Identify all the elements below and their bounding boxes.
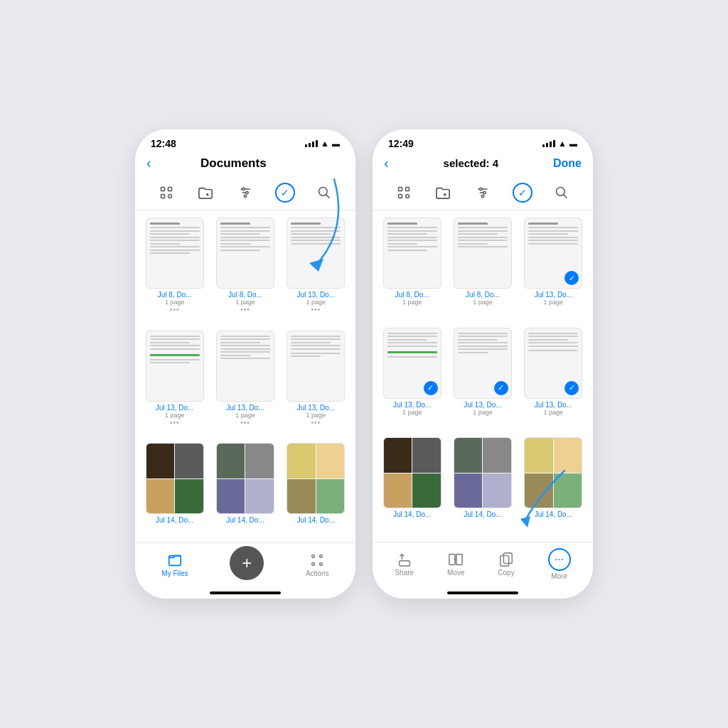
file-thumbnail: ✓	[454, 328, 512, 399]
file-menu[interactable]: •••	[240, 419, 250, 427]
add-button[interactable]: +	[230, 546, 264, 580]
svg-point-10	[242, 188, 245, 190]
status-icons-left: ▲ ▬	[305, 139, 340, 149]
svg-rect-20	[398, 188, 402, 191]
nav-title-right: selected: 4	[444, 157, 499, 169]
file-menu[interactable]: •••	[170, 306, 180, 314]
file-name: Jul 8, Do...	[216, 291, 274, 299]
file-name: Jul 14, Do...	[146, 516, 204, 524]
file-thumbnail	[216, 218, 274, 289]
svg-point-13	[319, 188, 328, 196]
selection-badge: ✓	[424, 381, 438, 395]
file-item[interactable]: ✓ Jul 13, Do... 1 page	[380, 328, 444, 432]
file-item[interactable]: ✓ Jul 13, Do... 1 page	[521, 328, 586, 432]
file-name: Jul 8, Do...	[146, 291, 204, 299]
file-item[interactable]: Jul 14, Do...	[213, 443, 277, 535]
search-button-left[interactable]	[313, 181, 336, 204]
svg-rect-21	[405, 188, 409, 191]
file-item[interactable]: Jul 13, Do... 1 page •••	[213, 331, 277, 438]
svg-point-4	[168, 195, 171, 198]
file-pages: 1 page	[235, 299, 255, 306]
file-item[interactable]: ✓ Jul 13, Do... 1 page	[450, 328, 515, 432]
file-pages: 1 page	[235, 412, 255, 419]
file-name: Jul 14, Do...	[524, 510, 582, 518]
nav-title-left: Documents	[200, 156, 267, 171]
file-thumbnail: ✓	[524, 328, 582, 399]
svg-rect-2	[168, 188, 171, 191]
file-menu[interactable]: •••	[170, 419, 180, 427]
copy-button[interactable]: Copy	[498, 552, 514, 577]
file-item[interactable]: Jul 14, Do...	[450, 437, 515, 535]
search-button-right[interactable]	[550, 181, 573, 204]
time-right: 12:49	[388, 138, 414, 149]
svg-point-19	[320, 562, 323, 565]
svg-point-18	[312, 562, 315, 565]
scan-button-left[interactable]	[155, 181, 178, 204]
filter-button-right[interactable]	[471, 181, 494, 204]
file-name: Jul 13, Do...	[524, 401, 582, 409]
svg-rect-38	[503, 553, 512, 564]
svg-line-33	[564, 195, 567, 198]
file-grid-right: Jul 8, Do... 1 page Jul 8, Do... 1 page	[373, 210, 593, 542]
done-button-right[interactable]: Done	[553, 157, 582, 170]
status-bar-left: 12:48 ▲ ▬	[135, 129, 355, 152]
file-item[interactable]: Jul 13, Do... 1 page •••	[142, 331, 207, 438]
nav-bar-left: ‹ Documents	[135, 152, 355, 177]
file-thumbnail	[146, 443, 204, 514]
file-thumbnail	[383, 437, 441, 508]
my-files-tab[interactable]: My Files	[161, 552, 188, 577]
file-thumbnail	[216, 443, 274, 514]
share-label: Share	[395, 569, 414, 577]
back-button-left[interactable]: ‹	[146, 155, 151, 171]
new-folder-button-left[interactable]	[194, 181, 217, 204]
file-item[interactable]: Jul 13, Do... 1 page •••	[284, 331, 348, 438]
file-thumbnail	[287, 443, 345, 514]
file-pages: 1 page	[402, 299, 422, 306]
file-pages: 1 page	[402, 409, 422, 416]
share-button[interactable]: Share	[395, 552, 414, 577]
select-button-left[interactable]: ✓	[274, 181, 296, 204]
scan-button-right[interactable]	[392, 181, 415, 204]
file-pages: 1 page	[544, 299, 564, 306]
back-button-right[interactable]: ‹	[384, 155, 389, 171]
select-circle-left: ✓	[275, 183, 295, 203]
file-item[interactable]: Jul 8, Do... 1 page	[450, 218, 515, 322]
file-thumbnail	[287, 218, 345, 289]
file-item[interactable]: Jul 14, Do...	[380, 437, 444, 535]
battery-icon: ▬	[332, 139, 340, 148]
file-item[interactable]: Jul 8, Do... 1 page •••	[142, 218, 207, 325]
file-menu[interactable]: •••	[240, 306, 250, 314]
file-item[interactable]: Jul 14, Do...	[284, 443, 348, 535]
svg-point-23	[405, 195, 409, 198]
actions-tab[interactable]: Actions	[306, 552, 329, 577]
file-item[interactable]: Jul 13, Do... 1 page •••	[284, 218, 348, 325]
file-pages: 1 page	[165, 412, 185, 419]
file-name: Jul 13, Do...	[454, 401, 512, 409]
file-name: Jul 14, Do...	[216, 516, 274, 524]
svg-point-31	[481, 195, 483, 197]
file-thumbnail: ✓	[383, 328, 441, 399]
file-pages: 1 page	[544, 409, 564, 416]
more-button[interactable]: ··· More	[548, 548, 571, 580]
file-grid-left: Jul 8, Do... 1 page ••• Jul 8, Do... 1 p…	[135, 210, 355, 542]
file-item[interactable]: Jul 8, Do... 1 page	[380, 218, 444, 322]
svg-rect-39	[500, 556, 509, 567]
more-label: More	[551, 572, 567, 580]
file-item[interactable]: Jul 8, Do... 1 page •••	[213, 218, 277, 325]
actions-label: Actions	[306, 569, 329, 577]
selection-badge: ✓	[494, 381, 508, 395]
new-folder-button-right[interactable]	[432, 181, 454, 204]
status-icons-right: ▲ ▬	[542, 139, 577, 149]
svg-point-30	[483, 191, 486, 193]
filter-button-left[interactable]	[234, 181, 257, 204]
file-menu[interactable]: •••	[311, 306, 321, 314]
file-pages: 1 page	[473, 299, 493, 306]
file-item[interactable]: Jul 14, Do...	[142, 443, 207, 535]
file-item[interactable]: ✓ Jul 13, Do... 1 page	[521, 218, 586, 322]
select-button-right[interactable]: ✓	[511, 181, 534, 204]
svg-point-12	[244, 195, 246, 197]
file-item[interactable]: Jul 14, Do...	[521, 437, 586, 535]
file-menu[interactable]: •••	[311, 419, 321, 427]
file-pages: 1 page	[165, 299, 185, 306]
move-button[interactable]: Move	[447, 552, 464, 577]
